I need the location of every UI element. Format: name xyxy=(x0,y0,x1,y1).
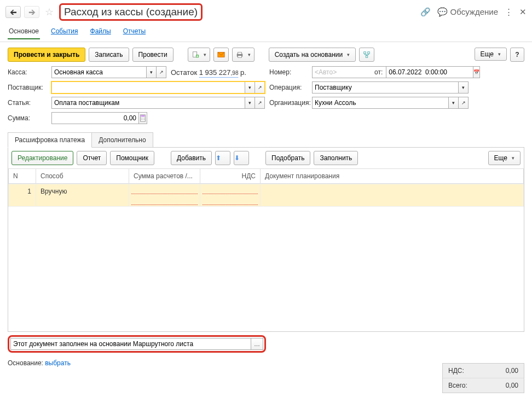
table-more-button[interactable]: Еще xyxy=(488,151,521,165)
basis-label: Основание: xyxy=(8,359,43,367)
supplier-label: Поставщик: xyxy=(8,84,47,91)
move-down-button[interactable]: ⬇ xyxy=(234,151,249,165)
article-input[interactable] xyxy=(51,97,245,109)
more-button[interactable]: Еще xyxy=(475,48,507,61)
forward-button[interactable]: 🡪 xyxy=(24,6,39,18)
discuss-label: Обсуждение xyxy=(450,7,498,16)
comment-input[interactable] xyxy=(10,338,251,350)
link-icon[interactable]: 🔗 xyxy=(420,7,431,17)
grand-total-label: Всего: xyxy=(448,382,467,389)
post-and-close-button[interactable]: Провести и закрыть xyxy=(8,48,85,62)
calculator-button[interactable] xyxy=(139,112,147,124)
fill-button[interactable]: Заполнить xyxy=(314,151,358,165)
svg-point-14 xyxy=(141,119,142,120)
col-sum[interactable]: Сумма расчетов /... xyxy=(129,169,200,184)
tab-main[interactable]: Основное xyxy=(8,24,40,39)
pick-button[interactable]: Подобрать xyxy=(265,151,310,165)
print-button[interactable] xyxy=(232,48,255,62)
create-based-on-button[interactable]: Создать на основании xyxy=(269,48,356,62)
org-dropdown-button[interactable]: ▾ xyxy=(449,97,459,109)
attach-button[interactable] xyxy=(188,48,210,62)
balance-text: Остаток 1 935 227,98 р. xyxy=(171,68,246,77)
basis-select-link[interactable]: выбрать xyxy=(45,359,71,367)
arrow-down-icon: ⬇ xyxy=(234,154,240,162)
helper-button[interactable]: Помощник xyxy=(110,151,154,165)
calendar-button[interactable]: 📅 xyxy=(473,66,480,78)
report-button[interactable]: Отчет xyxy=(77,151,107,165)
email-button[interactable] xyxy=(213,48,229,62)
operation-label: Операция: xyxy=(269,84,308,91)
supplier-open-button[interactable]: ↗ xyxy=(255,81,265,93)
tab-files[interactable]: Файлы xyxy=(89,24,112,39)
favorite-star-icon[interactable]: ☆ xyxy=(45,6,54,18)
article-open-button[interactable]: ↗ xyxy=(255,97,265,109)
operation-dropdown-button[interactable]: ▾ xyxy=(459,81,469,93)
svg-point-15 xyxy=(142,119,143,120)
structure-button[interactable] xyxy=(359,48,374,62)
table-row[interactable]: 1 Вручную xyxy=(9,184,524,207)
vat-total-value: 0,00 xyxy=(506,367,518,375)
hierarchy-icon xyxy=(363,51,371,59)
svg-rect-7 xyxy=(368,52,370,54)
kassa-input[interactable] xyxy=(51,66,147,78)
cell-plan[interactable] xyxy=(261,184,524,207)
svg-rect-5 xyxy=(238,56,241,58)
svg-point-11 xyxy=(141,118,142,118)
tab-reports[interactable]: Отчеты xyxy=(122,24,147,39)
help-button[interactable]: ? xyxy=(510,48,524,62)
col-vat[interactable]: НДС xyxy=(200,169,261,184)
svg-rect-4 xyxy=(238,52,241,55)
org-open-button[interactable]: ↗ xyxy=(459,97,469,109)
col-plan[interactable]: Документ планирования xyxy=(261,169,524,184)
envelope-icon xyxy=(217,51,225,59)
col-n[interactable]: N xyxy=(9,169,36,184)
cell-method[interactable]: Вручную xyxy=(36,184,129,207)
cell-sum[interactable] xyxy=(129,184,200,207)
subtab-breakdown[interactable]: Расшифровка платежа xyxy=(8,132,92,148)
org-label: Организация: xyxy=(269,99,308,107)
tab-events[interactable]: События xyxy=(50,24,79,39)
calculator-icon xyxy=(139,114,147,122)
edit-mode-button[interactable]: Редактирование xyxy=(11,151,73,165)
save-button[interactable]: Записать xyxy=(89,48,129,62)
arrow-up-icon: ⬆ xyxy=(216,154,221,162)
sum-label: Сумма: xyxy=(8,114,47,122)
vat-total-label: НДС: xyxy=(448,367,464,375)
from-label: от: xyxy=(374,68,383,76)
comment-select-button[interactable]: … xyxy=(251,338,263,350)
kassa-dropdown-button[interactable]: ▾ xyxy=(147,66,157,78)
date-input[interactable] xyxy=(386,66,473,78)
grand-total-value: 0,00 xyxy=(506,382,518,389)
svg-point-16 xyxy=(144,119,144,120)
discuss-icon[interactable]: 💬 Обсуждение xyxy=(437,7,498,17)
cell-n[interactable]: 1 xyxy=(9,184,36,207)
cell-vat[interactable] xyxy=(200,184,261,207)
kassa-open-button[interactable]: ↗ xyxy=(157,66,166,78)
supplier-input[interactable] xyxy=(51,81,245,93)
printer-icon xyxy=(236,51,244,59)
operation-input[interactable] xyxy=(312,81,459,93)
sum-input[interactable] xyxy=(51,112,139,124)
col-method[interactable]: Способ xyxy=(36,169,129,184)
article-label: Статья: xyxy=(8,99,47,107)
document-plus-icon xyxy=(192,51,199,59)
article-dropdown-button[interactable]: ▾ xyxy=(245,97,255,109)
close-icon[interactable]: ✕ xyxy=(519,7,527,17)
post-button[interactable]: Провести xyxy=(132,48,174,62)
svg-point-13 xyxy=(144,118,144,118)
subtab-additional[interactable]: Дополнительно xyxy=(92,132,153,148)
supplier-dropdown-button[interactable]: ▾ xyxy=(245,81,255,93)
svg-rect-6 xyxy=(364,52,366,54)
kassa-label: Касса: xyxy=(8,68,47,76)
svg-rect-8 xyxy=(366,56,368,58)
number-label: Номер: xyxy=(269,68,308,76)
org-input[interactable] xyxy=(312,97,449,109)
svg-rect-10 xyxy=(141,115,145,117)
svg-point-12 xyxy=(142,118,143,118)
totals-panel: НДС: 0,00 Всего: 0,00 xyxy=(442,363,524,393)
back-button[interactable]: 🡨 xyxy=(5,6,21,18)
add-button[interactable]: Добавить xyxy=(171,151,212,165)
page-title: Расход из кассы (создание) xyxy=(59,3,203,21)
more-menu-icon[interactable]: ⋮ xyxy=(505,7,513,17)
move-up-button[interactable]: ⬆ xyxy=(215,151,230,165)
